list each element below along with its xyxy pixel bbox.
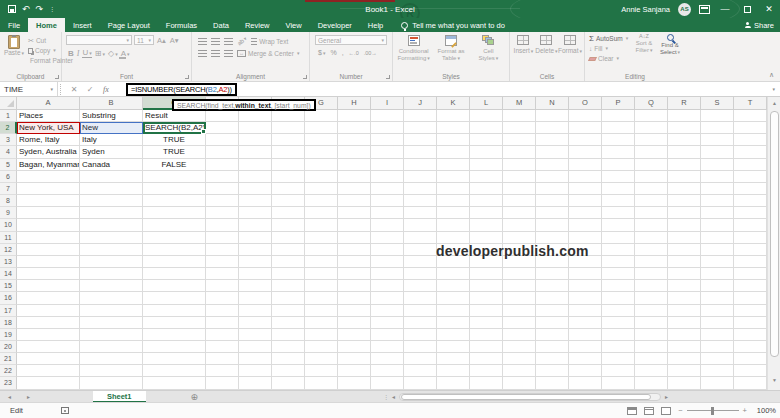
cell-I9[interactable] <box>371 207 404 219</box>
cell-Q4[interactable] <box>635 146 668 158</box>
cell-L10[interactable] <box>470 219 503 231</box>
cell-R4[interactable] <box>668 146 701 158</box>
cell-N8[interactable] <box>536 195 569 207</box>
row-header-1[interactable]: 1 <box>0 110 17 122</box>
cell-B19[interactable] <box>80 329 143 341</box>
cell-Q12[interactable] <box>635 244 668 256</box>
cell-G9[interactable] <box>305 207 338 219</box>
cell-M22[interactable] <box>503 365 536 377</box>
column-header-N[interactable]: N <box>536 97 569 110</box>
cell-K20[interactable] <box>437 341 470 353</box>
select-all-corner[interactable] <box>0 97 17 110</box>
row-header-23[interactable]: 23 <box>0 377 17 389</box>
column-header-J[interactable]: J <box>404 97 437 110</box>
cell-N18[interactable] <box>536 317 569 329</box>
alignment-dialog-launcher[interactable] <box>303 75 307 79</box>
cell-F4[interactable] <box>272 146 305 158</box>
clear-button[interactable]: Clear <box>589 54 631 63</box>
zoom-out-icon[interactable]: − <box>678 406 682 415</box>
wrap-text-button[interactable]: Wrap Text <box>251 37 288 46</box>
cell-G19[interactable] <box>305 329 338 341</box>
cell-D11[interactable] <box>206 232 239 244</box>
cell-D21[interactable] <box>206 353 239 365</box>
cell-B23[interactable] <box>80 377 143 389</box>
cell-L18[interactable] <box>470 317 503 329</box>
cell-H17[interactable] <box>338 305 371 317</box>
cell-J2[interactable] <box>404 122 437 134</box>
cell-G14[interactable] <box>305 268 338 280</box>
row-header-12[interactable]: 12 <box>0 244 17 256</box>
row-header-13[interactable]: 13 <box>0 256 17 268</box>
cell-T19[interactable] <box>734 329 767 341</box>
cell-O8[interactable] <box>569 195 602 207</box>
cell-I3[interactable] <box>371 134 404 146</box>
cell-M2[interactable] <box>503 122 536 134</box>
cell-I4[interactable] <box>371 146 404 158</box>
cell-P7[interactable] <box>602 183 635 195</box>
cell-T13[interactable] <box>734 256 767 268</box>
cell-P6[interactable] <box>602 171 635 183</box>
cell-C1[interactable]: Result <box>143 110 206 122</box>
cell-J20[interactable] <box>404 341 437 353</box>
cell-M3[interactable] <box>503 134 536 146</box>
row-header-18[interactable]: 18 <box>0 317 17 329</box>
cell-A23[interactable] <box>17 377 80 389</box>
cell-E4[interactable] <box>239 146 272 158</box>
tab-review[interactable]: Review <box>237 18 278 32</box>
tab-insert[interactable]: Insert <box>65 18 100 32</box>
find-select-button[interactable]: Find &Select <box>657 34 683 71</box>
column-header-S[interactable]: S <box>701 97 734 110</box>
scroll-left-icon[interactable]: ◄ <box>388 394 399 400</box>
cell-R21[interactable] <box>668 353 701 365</box>
cell-S1[interactable] <box>701 110 734 122</box>
cell-H19[interactable] <box>338 329 371 341</box>
column-header-K[interactable]: K <box>437 97 470 110</box>
cell-B12[interactable] <box>80 244 143 256</box>
cell-C22[interactable] <box>143 365 206 377</box>
cell-R14[interactable] <box>668 268 701 280</box>
cell-S15[interactable] <box>701 280 734 292</box>
cell-G4[interactable] <box>305 146 338 158</box>
column-header-L[interactable]: L <box>470 97 503 110</box>
cell-S8[interactable] <box>701 195 734 207</box>
column-header-A[interactable]: A <box>17 97 80 110</box>
cell-Q20[interactable] <box>635 341 668 353</box>
cell-C8[interactable] <box>143 195 206 207</box>
cell-S2[interactable] <box>701 122 734 134</box>
autosum-button[interactable]: ΣAutoSum <box>589 34 631 43</box>
cell-H6[interactable] <box>338 171 371 183</box>
cell-D12[interactable] <box>206 244 239 256</box>
cell-E14[interactable] <box>239 268 272 280</box>
cell-C16[interactable] <box>143 292 206 304</box>
cell-J23[interactable] <box>404 377 437 389</box>
cell-J3[interactable] <box>404 134 437 146</box>
cell-N17[interactable] <box>536 305 569 317</box>
cell-A3[interactable]: Rome, Italy <box>17 134 80 146</box>
cell-O18[interactable] <box>569 317 602 329</box>
cell-R11[interactable] <box>668 232 701 244</box>
cell-H21[interactable] <box>338 353 371 365</box>
zoom-level[interactable]: 100% <box>754 406 776 415</box>
orientation-button[interactable]: ab <box>236 35 248 46</box>
cell-N10[interactable] <box>536 219 569 231</box>
cell-J7[interactable] <box>404 183 437 195</box>
cell-M17[interactable] <box>503 305 536 317</box>
cell-O11[interactable] <box>569 232 602 244</box>
cell-A20[interactable] <box>17 341 80 353</box>
format-cells-button[interactable]: Format <box>558 35 582 71</box>
merge-center-button[interactable]: ↔Merge & Center <box>237 49 299 58</box>
row-header-17[interactable]: 17 <box>0 305 17 317</box>
cell-K23[interactable] <box>437 377 470 389</box>
cell-D19[interactable] <box>206 329 239 341</box>
scroll-down-icon[interactable]: ▼ <box>768 374 780 387</box>
cell-K4[interactable] <box>437 146 470 158</box>
cell-L21[interactable] <box>470 353 503 365</box>
cell-D10[interactable] <box>206 219 239 231</box>
cell-J4[interactable] <box>404 146 437 158</box>
cell-A6[interactable] <box>17 171 80 183</box>
tab-home[interactable]: Home <box>28 18 65 32</box>
cell-I14[interactable] <box>371 268 404 280</box>
cell-S7[interactable] <box>701 183 734 195</box>
cell-K2[interactable] <box>437 122 470 134</box>
cell-J12[interactable] <box>404 244 437 256</box>
